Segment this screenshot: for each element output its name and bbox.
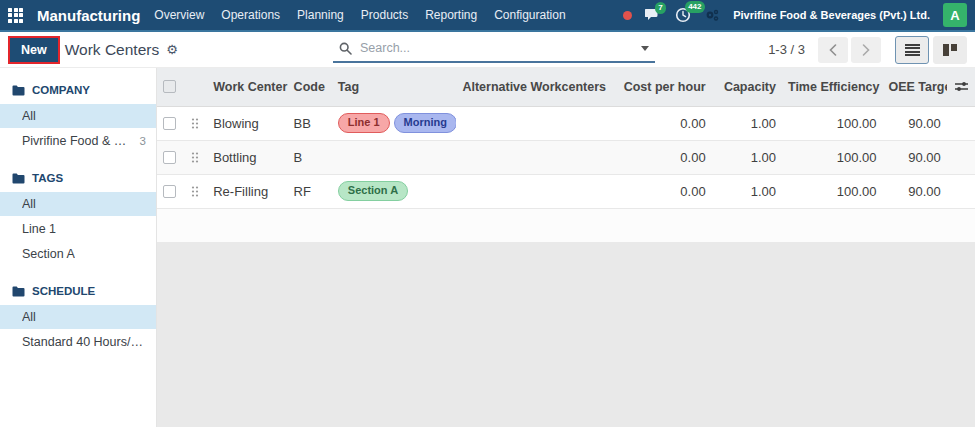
row-checkbox[interactable] [163,185,176,198]
pager-next-button[interactable] [851,37,881,63]
drag-handle-icon[interactable] [191,185,199,198]
row-checkbox[interactable] [163,117,176,130]
annotation-highlight: New [8,36,60,64]
search-icon [339,42,352,55]
page-title: Work Centers [65,41,159,59]
menu-item-products[interactable]: Products [361,8,408,22]
tag-pill-section-a: Section A [338,181,408,201]
list-view-button[interactable] [895,36,929,64]
cell-tags[interactable]: Line 1Morning [332,106,457,140]
col-time-efficiency[interactable]: Time Efficiency [782,68,882,106]
search-bar [333,37,655,63]
user-avatar[interactable]: A [943,3,967,27]
tag-pill-morning: Morning [394,113,457,133]
view-settings-gear-icon[interactable]: ⚙ [166,42,178,57]
search-input[interactable] [358,40,635,56]
table-row[interactable]: Re-Filling RF Section A 0.00 1.00 100.00… [157,174,975,208]
table-row[interactable]: Blowing BB Line 1Morning 0.00 1.00 100.0… [157,106,975,140]
activities-badge: 442 [685,1,704,13]
app-title[interactable]: Manufacturing [37,7,140,24]
apps-grid-icon[interactable] [8,8,23,23]
cell-alternative-workcenters[interactable] [456,174,607,208]
tag-pill-line-1: Line 1 [338,113,390,133]
main-content: Work Center Code Tag Alternative Workcen… [157,68,975,427]
main-menu: OverviewOperationsPlanningProductsReport… [154,8,565,22]
chevron-right-icon [862,44,870,56]
cell-cost-per-hour[interactable]: 0.00 [607,174,712,208]
col-oee-target[interactable]: OEE Target [882,68,946,106]
activities-icon[interactable]: 442 [675,7,691,23]
col-code[interactable]: Code [288,68,332,106]
cell-oee-target[interactable]: 90.00 [882,140,946,174]
pager: 1-3 / 3 [768,36,967,64]
cell-tags[interactable]: Section A [332,174,457,208]
new-button[interactable]: New [10,38,58,62]
sidebar-item-line-1[interactable]: Line 1 [0,217,156,241]
sidebar-item-pivrifine-food-beve[interactable]: Pivrifine Food & Beve…3 [0,129,156,153]
menu-item-reporting[interactable]: Reporting [425,8,477,22]
sidebar-item-all[interactable]: All [0,192,156,216]
messages-badge: 7 [655,2,665,14]
sidebar-section-schedule: SCHEDULEAllStandard 40 Hours/Week [0,279,156,354]
menu-item-configuration[interactable]: Configuration [494,8,565,22]
cell-capacity[interactable]: 1.00 [712,140,782,174]
cell-time-efficiency[interactable]: 100.00 [782,106,882,140]
top-navbar: Manufacturing OverviewOperationsPlanning… [0,0,975,32]
sidebar-item-all[interactable]: All [0,305,156,329]
view-switcher [895,36,967,64]
sidebar-item-section-a[interactable]: Section A [0,242,156,266]
record-count: 3 [134,135,146,147]
optional-columns-icon[interactable] [954,80,969,93]
kanban-view-button[interactable] [933,36,967,64]
status-dot-icon [623,11,632,20]
cell-work-center[interactable]: Re-Filling [207,174,287,208]
sidebar-section-company: COMPANYAllPivrifine Food & Beve…3 [0,78,156,153]
list-view-icon [905,44,920,56]
cell-tags[interactable] [332,140,457,174]
sidebar-item-standard-40-hours-week[interactable]: Standard 40 Hours/Week [0,330,156,354]
company-name[interactable]: Pivrifine Food & Beverages (Pvt.) Ltd. [733,9,930,21]
cell-alternative-workcenters[interactable] [456,140,607,174]
menu-item-overview[interactable]: Overview [154,8,204,22]
col-alternative-workcenters[interactable]: Alternative Workcenters [456,68,607,106]
pager-prev-button[interactable] [818,37,848,63]
menu-item-operations[interactable]: Operations [221,8,280,22]
settings-gears-icon[interactable] [704,8,720,22]
table-row[interactable]: Bottling B 0.00 1.00 100.00 90.00 [157,140,975,174]
col-work-center[interactable]: Work Center [207,68,287,106]
messages-icon[interactable]: 7 [645,8,662,22]
cell-code[interactable]: BB [288,106,332,140]
select-all-checkbox[interactable] [163,80,176,93]
col-cost-per-hour[interactable]: Cost per hour [607,68,712,106]
search-dropdown-caret-icon[interactable] [641,46,649,51]
menu-item-planning[interactable]: Planning [297,8,344,22]
cell-oee-target[interactable]: 90.00 [882,106,946,140]
col-tag[interactable]: Tag [332,68,457,106]
sidebar-section-tags: TAGSAllLine 1Section A [0,166,156,266]
cell-cost-per-hour[interactable]: 0.00 [607,106,712,140]
folder-icon [12,286,25,297]
cell-code[interactable]: RF [288,174,332,208]
cell-capacity[interactable]: 1.00 [712,174,782,208]
drag-handle-icon[interactable] [191,151,199,164]
chevron-left-icon [829,44,837,56]
cell-oee-target[interactable]: 90.00 [882,174,946,208]
cell-time-efficiency[interactable]: 100.00 [782,174,882,208]
drag-handle-icon[interactable] [191,117,199,130]
sidebar-item-all[interactable]: All [0,104,156,128]
filter-sidebar: COMPANYAllPivrifine Food & Beve…3TAGSAll… [0,68,157,427]
cell-work-center[interactable]: Bottling [207,140,287,174]
cell-alternative-workcenters[interactable] [456,106,607,140]
col-capacity[interactable]: Capacity [712,68,782,106]
sidebar-section-title: TAGS [0,166,156,191]
cell-time-efficiency[interactable]: 100.00 [782,140,882,174]
cell-capacity[interactable]: 1.00 [712,106,782,140]
cell-work-center[interactable]: Blowing [207,106,287,140]
cell-code[interactable]: B [288,140,332,174]
kanban-view-icon [943,44,957,56]
folder-icon [12,173,25,184]
cell-cost-per-hour[interactable]: 0.00 [607,140,712,174]
empty-row [157,208,975,242]
row-checkbox[interactable] [163,151,176,164]
control-panel: New Work Centers ⚙ 1-3 / 3 [0,32,975,68]
